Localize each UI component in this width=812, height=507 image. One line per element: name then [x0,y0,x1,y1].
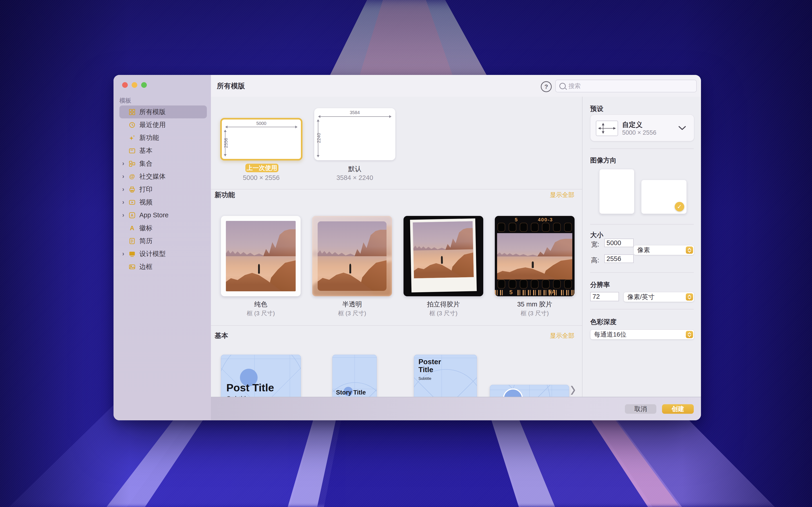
dim-width-label: 5000 [222,121,301,126]
chevron-right-icon[interactable]: › [119,173,127,180]
sidebar-item-print[interactable]: › 打印 [119,183,207,196]
template-subtitle: 框 (3 尺寸) [404,309,483,317]
template-size-label: 3584 × 2240 [321,174,389,181]
section-title-basic: 基本 [214,331,228,340]
sidebar-item-basic[interactable]: 基本 [119,144,207,157]
sidebar-item-label: 基本 [139,146,152,155]
template-post[interactable]: Post Title Subtitle [221,355,301,397]
footer-bar: 取消 创建 [211,397,701,420]
color-depth-select[interactable]: 每通道16位 [590,330,694,340]
close-button[interactable] [122,82,128,88]
scroll-right-chevron[interactable]: › [570,376,576,397]
sidebar-item-frames[interactable]: 边框 [119,260,207,273]
minimize-button[interactable] [132,82,137,88]
frame-icon [127,263,137,271]
template-subtitle: 框 (3 尺寸) [495,309,574,317]
resolution-input[interactable] [590,292,619,301]
help-button[interactable]: ? [541,81,552,92]
sidebar-item-resume[interactable]: 简历 [119,234,207,247]
template-name: 默认 [321,165,389,174]
sidebar-item-app-store[interactable]: › A App Store [119,209,207,222]
show-all-link-basic[interactable]: 显示全部 [549,332,574,340]
svg-text:A: A [131,214,134,217]
section-title-new: 新功能 [214,190,235,200]
sidebar-item-label: 新功能 [139,133,159,143]
sidebar-item-design-mockups[interactable]: › 设计模型 [119,247,207,260]
sidebar-section-label: 模板 [119,97,131,105]
video-icon [127,199,137,206]
orientation-portrait[interactable] [599,169,635,214]
grid-icon [127,108,137,116]
card-icon [127,147,137,154]
sidebar-item-all-templates[interactable]: 所有模版 [119,106,207,118]
sidebar-item-recents[interactable]: 最近使用 [119,118,207,131]
sidebar-item-label: 社交媒体 [139,172,166,181]
template-35mm-film[interactable]: 5 400-3 5 5A [495,216,574,296]
stepper-icon[interactable] [686,246,693,254]
templates-scroll-area[interactable]: 5000 2556 上一次使用 5000 × 2556 3584 2240 默认… [211,97,582,397]
film-barcode [495,290,505,295]
height-input[interactable] [604,255,634,263]
dim-width-label: 3584 [314,110,395,115]
appstore-icon: A [127,212,137,219]
template-size-label: 5000 × 2556 [227,174,295,181]
color-depth-label: 色彩深度 [590,318,616,327]
template-landscape-partial[interactable] [490,385,569,397]
desert-photo [497,233,572,280]
cancel-button[interactable]: 取消 [625,404,656,414]
chevron-right-icon[interactable]: › [119,212,127,219]
chevron-right-icon[interactable]: › [119,186,127,193]
width-field-label: 宽: [591,240,599,249]
sidebar-item-logos[interactable]: A 徽标 [119,222,207,234]
template-solid-color[interactable] [221,216,301,296]
unit-select-value: 像素 [637,246,686,255]
dimensions-icon [596,121,618,136]
width-input[interactable] [604,238,634,247]
chevron-right-icon[interactable]: › [119,160,127,167]
collection-icon [127,160,137,167]
sidebar-item-label: 集合 [139,159,152,168]
polaroid-frame [410,218,477,292]
color-depth-value: 每通道16位 [594,330,686,339]
template-default[interactable]: 3584 2240 [314,108,395,160]
page-title: 所有模版 [217,81,245,91]
template-poster[interactable]: Poster Title Subtitle [414,355,477,397]
zoom-button[interactable] [141,82,147,88]
resolution-unit-value: 像素/英寸 [627,293,686,301]
help-icon: ? [545,83,548,90]
sidebar-item-video[interactable]: › 视频 [119,196,207,209]
sparkles-icon [127,134,137,142]
template-translucent[interactable] [312,216,392,296]
unit-select[interactable]: 像素 [633,245,694,255]
sidebar-item-label: 最近使用 [139,120,166,129]
sidebar-item-collections[interactable]: › 集合 [119,157,207,170]
mockup-icon [127,250,137,258]
chevron-right-icon[interactable]: › [119,199,127,206]
sidebar-item-whats-new[interactable]: 新功能 [119,131,207,144]
resolution-unit-select[interactable]: 像素/英寸 [623,292,694,302]
sidebar-item-label: 简历 [139,236,152,245]
film-frame-number: 5 [509,289,513,296]
dim-height-label: 2556 [223,138,229,148]
template-story[interactable]: Story Title Subtitle [333,355,377,397]
orientation-landscape[interactable]: ✓ [641,180,687,214]
sidebar-item-social-media[interactable]: › @ 社交媒体 [119,170,207,183]
search-input[interactable] [568,82,696,90]
resolution-label: 分辨率 [590,280,610,289]
template-name: 35 mm 胶片 [495,300,574,309]
create-button[interactable]: 创建 [662,404,694,414]
dim-height-label: 2240 [316,133,321,143]
template-instant-film[interactable] [404,216,483,296]
template-last-used[interactable]: 5000 2556 [220,118,302,161]
stepper-icon[interactable] [686,293,693,300]
sidebar-item-label: 所有模版 [139,108,166,117]
search-field[interactable] [555,80,697,92]
preset-size: 5000 × 2556 [622,129,656,136]
chevron-right-icon[interactable]: › [119,250,127,257]
inspector-panel: 预设 自定义 5000 × 2556 图像方向 ✓ 大小 宽: 像素 高: [582,97,701,397]
preset-dropdown[interactable]: 自定义 5000 × 2556 [590,115,694,141]
stepper-icon[interactable] [686,331,693,338]
show-all-link-new[interactable]: 显示全部 [549,191,574,199]
divider [590,224,694,225]
chevron-down-icon [678,126,686,130]
